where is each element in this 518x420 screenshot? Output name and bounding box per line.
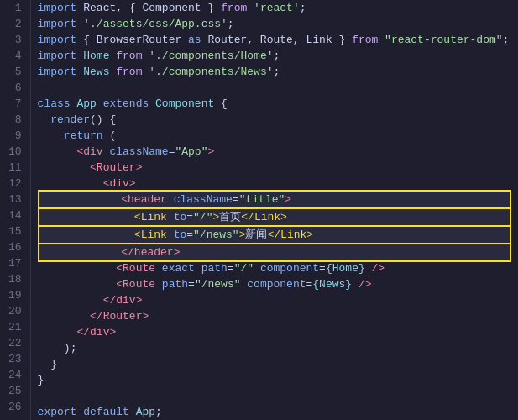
jsx-tag: > — [207, 145, 214, 158]
punct: ; — [155, 406, 162, 418]
jsx-tag: <div> — [103, 177, 136, 190]
line-number-9: 9 — [8, 128, 22, 144]
code-line-6 — [38, 80, 511, 96]
class-name: News — [76, 66, 109, 78]
punct: ; — [300, 2, 306, 14]
attr-value: "/" — [234, 262, 254, 275]
code-line-22: ); — [38, 340, 511, 356]
attr-value: "/" — [193, 211, 212, 223]
string: './components/News' — [142, 66, 273, 78]
indent — [38, 294, 103, 307]
indent — [38, 262, 117, 275]
code-line-15: <Link to="/news">新闻</Link> — [38, 225, 511, 244]
punct: ; — [273, 66, 280, 78]
from-keyword: from — [109, 50, 142, 62]
as-keyword: as — [188, 34, 201, 46]
line-number-19: 19 — [8, 287, 22, 303]
link-close-tag: </Link> — [241, 211, 287, 223]
line-number-1: 1 — [8, 0, 22, 16]
class-name: Home — [76, 50, 109, 62]
line-number-10: 10 — [8, 144, 22, 160]
line-number-11: 11 — [8, 160, 22, 176]
punct: = — [186, 228, 193, 241]
line-number-23: 23 — [8, 351, 22, 367]
punct: React, { Component } — [76, 2, 221, 14]
punct: () { — [90, 113, 116, 126]
punct: ; — [503, 34, 510, 46]
attr-name: to — [167, 228, 186, 241]
line-number-8: 8 — [8, 112, 22, 128]
code-line-24: } — [38, 372, 511, 388]
jsx-tag: <header — [121, 193, 167, 206]
return-keyword: return — [64, 129, 103, 142]
code-line-23: } — [38, 356, 511, 372]
indent — [38, 310, 90, 323]
class-keyword: class — [38, 97, 71, 110]
jsx-tag: /> — [365, 262, 385, 275]
line-number-16: 16 — [8, 239, 22, 255]
indent — [43, 228, 134, 241]
class-name: Component — [149, 97, 214, 110]
indent — [38, 145, 77, 158]
indent — [38, 161, 90, 174]
line-number-3: 3 — [8, 32, 22, 48]
jsx-tag: </Router> — [90, 310, 149, 323]
punct: Router, Route, Link } — [201, 34, 352, 46]
from-keyword: from — [352, 34, 378, 46]
line-number-20: 20 — [8, 303, 22, 319]
code-line-10: <div className="App"> — [38, 144, 511, 160]
code-line-14: <Link to="/">首页</Link> — [38, 207, 511, 227]
jsx-tag: <div — [76, 145, 102, 158]
line-number-4: 4 — [8, 48, 22, 64]
attr-name: exact — [155, 262, 195, 275]
render-function: render — [50, 113, 90, 126]
punct: = — [319, 262, 326, 275]
jsx-tag: > — [285, 193, 291, 206]
chinese-text: 首页 — [219, 211, 241, 223]
code-line-17: <Route exact path="/" component={Home} /… — [38, 260, 511, 276]
from-keyword: from — [221, 2, 247, 14]
indent — [43, 193, 122, 206]
import-keyword: import — [38, 2, 77, 14]
punct: = — [188, 278, 195, 291]
attr-name: className — [167, 193, 233, 206]
curly-value: {News} — [312, 278, 352, 291]
code-line-18: <Route path="/news" component={News} /> — [38, 276, 511, 292]
line-number-21: 21 — [8, 319, 22, 335]
code-line-1: import React, { Component } from 'react'… — [38, 0, 511, 16]
code-line-26: export default App; — [38, 404, 511, 420]
attr-name: component — [254, 262, 319, 275]
class-name: App — [71, 97, 97, 110]
indent — [38, 278, 117, 291]
indent — [38, 342, 64, 354]
code-editor: 1 2 3 4 5 6 7 8 9 10 11 12 13 14 15 16 1… — [0, 0, 518, 420]
indent — [43, 246, 122, 259]
indent — [38, 326, 77, 339]
punct: = — [233, 193, 239, 206]
code-line-2: import './assets/css/App.css'; — [38, 16, 511, 32]
code-line-20: </Router> — [38, 308, 511, 324]
string: "react-router-dom" — [378, 34, 502, 46]
line-numbers: 1 2 3 4 5 6 7 8 9 10 11 12 13 14 15 16 1… — [0, 0, 31, 420]
code-line-7: class App extends Component { — [38, 96, 511, 112]
jsx-tag: </div> — [103, 294, 143, 307]
class-name: App — [129, 406, 155, 418]
from-keyword: from — [109, 66, 142, 78]
code-content: 1 2 3 4 5 6 7 8 9 10 11 12 13 14 15 16 1… — [0, 0, 518, 420]
line-number-2: 2 — [8, 16, 22, 32]
attr-name: path — [155, 278, 188, 291]
line-number-14: 14 — [8, 207, 22, 223]
attr-value: "/news" — [195, 278, 241, 291]
attr-value: "App" — [175, 145, 207, 158]
import-keyword: import — [38, 50, 77, 62]
line-number-13: 13 — [8, 192, 22, 207]
link-close-tag: </Link> — [267, 228, 313, 241]
code-line-9: return ( — [38, 128, 511, 144]
code-line-16: </header> — [38, 243, 511, 262]
default-keyword: default — [76, 406, 128, 418]
string: './assets/css/App.css' — [76, 18, 227, 30]
line-number-24: 24 — [8, 367, 22, 383]
attr-name: to — [167, 211, 186, 223]
punct: ; — [228, 18, 234, 30]
code-line-5: import News from './components/News'; — [38, 64, 511, 80]
